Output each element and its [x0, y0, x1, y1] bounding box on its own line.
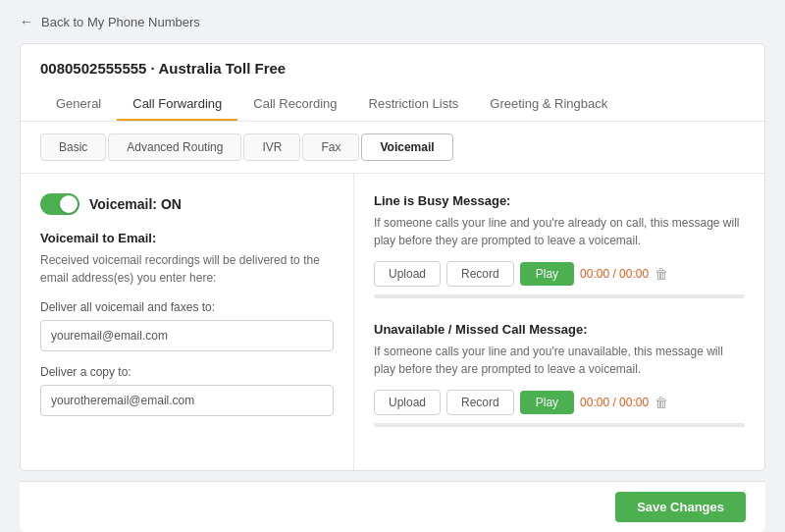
save-changes-button[interactable]: Save Changes: [615, 492, 746, 522]
unavailable-message-desc: If someone calls your line and you're un…: [374, 343, 745, 378]
voicemail-toggle-row: Voicemail: ON: [40, 193, 334, 215]
tab-general[interactable]: General: [40, 88, 117, 121]
tab-restriction-lists[interactable]: Restriction Lists: [353, 88, 475, 121]
busy-message-title: Line is Busy Message:: [374, 193, 745, 208]
card-body: Voicemail: ON Voicemail to Email: Receiv…: [21, 174, 764, 470]
main-tabs: General Call Forwarding Call Recording R…: [40, 88, 745, 121]
right-panel: Line is Busy Message: If someone calls y…: [354, 174, 764, 470]
busy-audio-controls: Upload Record Play 00:00 / 00:00 🗑: [374, 261, 745, 287]
top-bar: ← Back to My Phone Numbers: [0, 0, 785, 43]
deliver-copy-input[interactable]: [40, 385, 334, 416]
sub-tab-basic[interactable]: Basic: [40, 133, 106, 161]
voicemail-email-desc: Received voicemail recordings will be de…: [40, 251, 334, 287]
sub-tab-fax[interactable]: Fax: [302, 133, 359, 161]
busy-message-section: Line is Busy Message: If someone calls y…: [374, 193, 745, 298]
busy-delete-icon[interactable]: 🗑: [654, 266, 668, 282]
unavailable-record-button[interactable]: Record: [446, 390, 514, 415]
unavailable-delete-icon[interactable]: 🗑: [654, 395, 668, 410]
busy-play-button[interactable]: Play: [520, 262, 574, 286]
voicemail-toggle-label: Voicemail: ON: [89, 196, 182, 212]
left-panel: Voicemail: ON Voicemail to Email: Receiv…: [21, 174, 354, 470]
voicemail-email-heading: Voicemail to Email:: [40, 231, 334, 245]
phone-title: 0080502555555 · Australia Toll Free: [40, 60, 745, 77]
busy-upload-button[interactable]: Upload: [374, 261, 441, 287]
deliver-all-input[interactable]: [40, 320, 334, 351]
back-link[interactable]: Back to My Phone Numbers: [41, 15, 200, 29]
unavailable-progress-bar: [374, 423, 745, 427]
unavailable-upload-button[interactable]: Upload: [374, 390, 441, 415]
tab-greeting-ringback[interactable]: Greeting & Ringback: [474, 88, 623, 121]
card-header: 0080502555555 · Australia Toll Free Gene…: [21, 44, 764, 122]
busy-message-desc: If someone calls your line and you're al…: [374, 214, 745, 249]
sub-tab-voicemail[interactable]: Voicemail: [361, 133, 452, 161]
unavailable-time-display: 00:00 / 00:00: [580, 396, 649, 409]
footer-bar: Save Changes: [20, 481, 765, 532]
voicemail-toggle[interactable]: [40, 193, 79, 215]
deliver-all-label: Deliver all voicemail and faxes to:: [40, 300, 334, 314]
unavailable-message-title: Unavailable / Missed Call Message:: [374, 322, 745, 337]
unavailable-audio-controls: Upload Record Play 00:00 / 00:00 🗑: [374, 390, 745, 415]
tab-call-forwarding[interactable]: Call Forwarding: [117, 88, 237, 121]
sub-tabs-bar: Basic Advanced Routing IVR Fax Voicemail: [21, 122, 764, 174]
tab-call-recording[interactable]: Call Recording: [237, 88, 352, 121]
back-arrow-icon: ←: [20, 14, 33, 29]
deliver-copy-label: Deliver a copy to:: [40, 365, 334, 379]
busy-progress-bar: [374, 294, 745, 298]
busy-time-display: 00:00 / 00:00: [580, 267, 649, 281]
sub-tab-ivr[interactable]: IVR: [243, 133, 300, 161]
main-card: 0080502555555 · Australia Toll Free Gene…: [20, 43, 765, 471]
sub-tab-advanced-routing[interactable]: Advanced Routing: [108, 133, 241, 161]
unavailable-message-section: Unavailable / Missed Call Message: If so…: [374, 322, 745, 427]
busy-record-button[interactable]: Record: [446, 261, 514, 287]
unavailable-play-button[interactable]: Play: [520, 391, 574, 414]
